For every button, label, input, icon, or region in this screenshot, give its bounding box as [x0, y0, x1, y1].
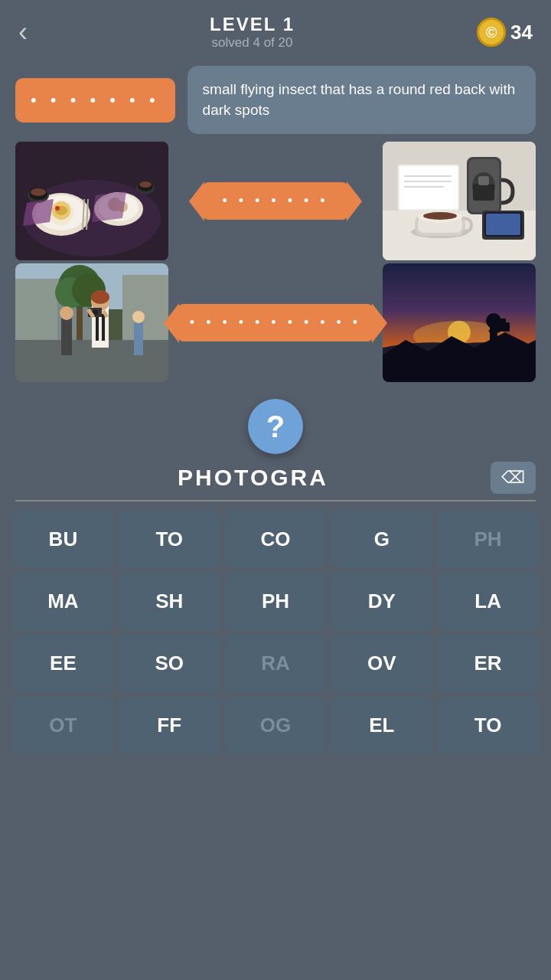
answer-input-area: PHOTOGRA ⌫	[15, 462, 536, 501]
photo-sunset	[383, 263, 536, 382]
key-og[interactable]: OG	[225, 697, 327, 754]
svg-rect-54	[93, 314, 107, 341]
key-sh[interactable]: SH	[119, 573, 220, 630]
svg-rect-46	[122, 275, 168, 340]
key-to[interactable]: TO	[437, 697, 539, 754]
svg-point-17	[139, 181, 152, 188]
key-co[interactable]: CO	[225, 511, 327, 568]
key-dy[interactable]: DY	[331, 573, 432, 630]
svg-rect-41	[486, 214, 520, 235]
level-solved: solved 4 of 20	[210, 35, 295, 51]
center-label-1: • • • • • • •	[203, 182, 348, 220]
photo-street	[15, 263, 168, 382]
key-bu[interactable]: BU	[12, 511, 114, 568]
image-row-1: • • • • • • •	[15, 142, 536, 260]
svg-point-64	[60, 306, 73, 320]
svg-point-66	[132, 311, 145, 323]
image-grid: • • • • • • •	[15, 142, 536, 385]
help-icon: ?	[266, 411, 285, 442]
clue-area: • • • • • • • small flying insect that h…	[15, 66, 536, 134]
back-button[interactable]: ‹	[18, 18, 28, 46]
svg-rect-73	[500, 318, 506, 324]
key-la[interactable]: LA	[437, 573, 539, 630]
key-ov[interactable]: OV	[331, 635, 432, 692]
key-so[interactable]: SO	[119, 635, 220, 692]
answer-bar: • • • • • • •	[15, 78, 175, 122]
image-row-2: • • • • • • • • • • •	[15, 263, 536, 382]
key-ph[interactable]: PH	[437, 511, 539, 568]
help-button[interactable]: ?	[248, 399, 303, 454]
key-ra[interactable]: RA	[225, 635, 327, 692]
keyboard: BUTOCOGPHMASHPHDYLAEESORAOVEROTFFOGELTO	[12, 511, 539, 754]
svg-rect-65	[134, 321, 143, 355]
key-el[interactable]: EL	[331, 697, 432, 754]
clue-text: small flying insect that has a round red…	[203, 81, 516, 118]
key-ph[interactable]: PH	[225, 573, 327, 630]
coin-icon: ©	[477, 18, 506, 47]
photo-coffee	[383, 142, 536, 260]
svg-rect-63	[61, 317, 72, 355]
center-dots-1: • • • • • • •	[215, 193, 336, 209]
svg-rect-55	[96, 314, 99, 341]
answer-typed: PHOTOGRA	[15, 465, 491, 491]
key-er[interactable]: ER	[437, 635, 539, 692]
key-ee[interactable]: EE	[12, 635, 114, 692]
svg-rect-44	[15, 279, 61, 340]
center-dots-2: • • • • • • • • • • •	[190, 315, 361, 331]
header: ‹ LEVEL 1 solved 4 of 20 © 34	[0, 0, 551, 58]
svg-rect-56	[102, 314, 105, 341]
key-ma[interactable]: MA	[12, 573, 114, 630]
coin-count: 34	[510, 21, 533, 44]
svg-marker-20	[23, 199, 54, 226]
key-ff[interactable]: FF	[119, 697, 220, 754]
coins-display: © 34	[477, 18, 533, 47]
svg-marker-21	[92, 191, 126, 222]
backspace-icon: ⌫	[501, 468, 525, 488]
help-section: ?	[0, 399, 551, 454]
level-info: LEVEL 1 solved 4 of 20	[210, 14, 295, 51]
svg-rect-33	[478, 176, 489, 185]
svg-point-7	[55, 206, 60, 211]
photo-food	[15, 142, 168, 260]
center-label-2: • • • • • • • • • • •	[178, 304, 373, 341]
key-g[interactable]: G	[331, 511, 432, 568]
svg-point-62	[91, 290, 109, 304]
clue-bubble: small flying insect that has a round red…	[187, 66, 536, 134]
key-to[interactable]: TO	[119, 511, 220, 568]
svg-rect-25	[399, 166, 458, 209]
svg-rect-32	[473, 184, 494, 201]
answer-placeholder: • • • • • • •	[31, 90, 160, 110]
backspace-button[interactable]: ⌫	[491, 462, 536, 494]
level-title: LEVEL 1	[210, 14, 295, 35]
key-ot[interactable]: OT	[12, 697, 114, 754]
svg-point-38	[423, 212, 457, 220]
svg-point-14	[31, 188, 46, 196]
